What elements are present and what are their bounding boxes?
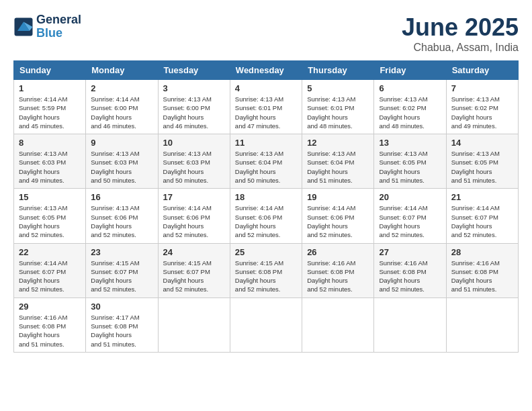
calendar-cell: 10 Sunrise: 4:13 AM Sunset: 6:03 PM Dayl…: [158, 134, 230, 189]
calendar-cell: 11 Sunrise: 4:13 AM Sunset: 6:04 PM Dayl…: [230, 134, 302, 189]
day-info: Sunrise: 4:14 AM Sunset: 6:07 PM Dayligh…: [379, 203, 441, 239]
calendar-cell: 5 Sunrise: 4:13 AM Sunset: 6:01 PM Dayli…: [302, 80, 374, 134]
day-info: Sunrise: 4:14 AM Sunset: 6:07 PM Dayligh…: [19, 259, 81, 294]
day-number: 30: [91, 302, 152, 312]
calendar-week-1: 1 Sunrise: 4:14 AM Sunset: 5:59 PM Dayli…: [14, 80, 519, 134]
calendar-cell: 29 Sunrise: 4:16 AM Sunset: 6:08 PM Dayl…: [14, 298, 86, 352]
day-info: Sunrise: 4:17 AM Sunset: 6:08 PM Dayligh…: [91, 313, 152, 349]
day-info: Sunrise: 4:16 AM Sunset: 6:08 PM Dayligh…: [307, 259, 369, 294]
calendar-cell: 8 Sunrise: 4:13 AM Sunset: 6:03 PM Dayli…: [14, 134, 86, 189]
calendar-cell: [230, 298, 302, 352]
calendar-cell: 22 Sunrise: 4:14 AM Sunset: 6:07 PM Dayl…: [14, 243, 86, 298]
calendar-cell: 15 Sunrise: 4:13 AM Sunset: 6:05 PM Dayl…: [14, 189, 86, 243]
calendar-cell: 17 Sunrise: 4:14 AM Sunset: 6:06 PM Dayl…: [158, 189, 230, 243]
calendar-cell: 14 Sunrise: 4:13 AM Sunset: 6:05 PM Dayl…: [446, 134, 518, 189]
day-header-wednesday: Wednesday: [230, 61, 302, 80]
day-number: 3: [163, 83, 225, 93]
day-header-friday: Friday: [374, 61, 446, 80]
calendar-cell: 19 Sunrise: 4:14 AM Sunset: 6:06 PM Dayl…: [302, 189, 374, 243]
day-info: Sunrise: 4:13 AM Sunset: 6:03 PM Dayligh…: [19, 149, 81, 185]
calendar: SundayMondayTuesdayWednesdayThursdayFrid…: [13, 60, 519, 353]
day-info: Sunrise: 4:13 AM Sunset: 6:04 PM Dayligh…: [235, 149, 297, 185]
calendar-cell: 27 Sunrise: 4:16 AM Sunset: 6:08 PM Dayl…: [374, 243, 446, 298]
day-info: Sunrise: 4:13 AM Sunset: 6:05 PM Dayligh…: [19, 203, 81, 239]
day-header-thursday: Thursday: [302, 61, 374, 80]
day-number: 13: [379, 138, 441, 148]
calendar-week-2: 8 Sunrise: 4:13 AM Sunset: 6:03 PM Dayli…: [14, 134, 519, 189]
day-header-tuesday: Tuesday: [158, 61, 230, 80]
day-header-sunday: Sunday: [14, 61, 86, 80]
day-info: Sunrise: 4:13 AM Sunset: 6:05 PM Dayligh…: [379, 149, 441, 185]
calendar-header-row: SundayMondayTuesdayWednesdayThursdayFrid…: [14, 61, 519, 80]
day-info: Sunrise: 4:14 AM Sunset: 6:06 PM Dayligh…: [235, 203, 297, 239]
calendar-cell: 16 Sunrise: 4:13 AM Sunset: 6:06 PM Dayl…: [86, 189, 158, 243]
day-info: Sunrise: 4:14 AM Sunset: 6:06 PM Dayligh…: [163, 203, 225, 239]
calendar-cell: 30 Sunrise: 4:17 AM Sunset: 6:08 PM Dayl…: [86, 298, 158, 352]
calendar-cell: 13 Sunrise: 4:13 AM Sunset: 6:05 PM Dayl…: [374, 134, 446, 189]
calendar-week-5: 29 Sunrise: 4:16 AM Sunset: 6:08 PM Dayl…: [14, 298, 519, 352]
logo: General Blue: [13, 13, 81, 40]
calendar-cell: 24 Sunrise: 4:15 AM Sunset: 6:07 PM Dayl…: [158, 243, 230, 298]
calendar-cell: [158, 298, 230, 352]
day-info: Sunrise: 4:13 AM Sunset: 6:01 PM Dayligh…: [235, 95, 297, 130]
day-info: Sunrise: 4:15 AM Sunset: 6:08 PM Dayligh…: [235, 259, 297, 294]
logo-icon: [13, 17, 34, 37]
calendar-cell: 1 Sunrise: 4:14 AM Sunset: 5:59 PM Dayli…: [14, 80, 86, 134]
calendar-cell: [302, 298, 374, 352]
calendar-cell: 3 Sunrise: 4:13 AM Sunset: 6:00 PM Dayli…: [158, 80, 230, 134]
calendar-cell: 21 Sunrise: 4:14 AM Sunset: 6:07 PM Dayl…: [446, 189, 518, 243]
calendar-cell: 9 Sunrise: 4:13 AM Sunset: 6:03 PM Dayli…: [86, 134, 158, 189]
day-number: 4: [235, 83, 297, 93]
day-number: 27: [379, 247, 441, 257]
day-number: 21: [451, 192, 513, 202]
day-info: Sunrise: 4:13 AM Sunset: 6:06 PM Dayligh…: [91, 203, 152, 239]
day-info: Sunrise: 4:14 AM Sunset: 6:07 PM Dayligh…: [451, 203, 513, 239]
day-info: Sunrise: 4:13 AM Sunset: 6:03 PM Dayligh…: [91, 149, 152, 185]
day-number: 2: [91, 83, 152, 93]
day-info: Sunrise: 4:13 AM Sunset: 6:05 PM Dayligh…: [451, 149, 513, 185]
calendar-cell: 2 Sunrise: 4:14 AM Sunset: 6:00 PM Dayli…: [86, 80, 158, 134]
day-number: 17: [163, 192, 225, 202]
day-info: Sunrise: 4:15 AM Sunset: 6:07 PM Dayligh…: [91, 259, 152, 294]
day-number: 22: [19, 247, 81, 257]
month-title: June 2025: [402, 13, 519, 42]
day-info: Sunrise: 4:14 AM Sunset: 5:59 PM Dayligh…: [19, 95, 81, 130]
day-number: 26: [307, 247, 369, 257]
day-info: Sunrise: 4:15 AM Sunset: 6:07 PM Dayligh…: [163, 259, 225, 294]
day-number: 1: [19, 83, 81, 93]
day-number: 20: [379, 192, 441, 202]
calendar-cell: 26 Sunrise: 4:16 AM Sunset: 6:08 PM Dayl…: [302, 243, 374, 298]
day-number: 15: [19, 192, 81, 202]
day-number: 29: [19, 302, 81, 312]
calendar-cell: 28 Sunrise: 4:16 AM Sunset: 6:08 PM Dayl…: [446, 243, 518, 298]
title-section: June 2025 Chabua, Assam, India: [402, 13, 519, 54]
calendar-cell: 12 Sunrise: 4:13 AM Sunset: 6:04 PM Dayl…: [302, 134, 374, 189]
day-number: 12: [307, 138, 369, 148]
calendar-cell: 4 Sunrise: 4:13 AM Sunset: 6:01 PM Dayli…: [230, 80, 302, 134]
logo-text: General Blue: [36, 13, 81, 40]
calendar-cell: 25 Sunrise: 4:15 AM Sunset: 6:08 PM Dayl…: [230, 243, 302, 298]
day-info: Sunrise: 4:16 AM Sunset: 6:08 PM Dayligh…: [19, 313, 81, 349]
day-number: 8: [19, 138, 81, 148]
calendar-cell: 23 Sunrise: 4:15 AM Sunset: 6:07 PM Dayl…: [86, 243, 158, 298]
day-info: Sunrise: 4:16 AM Sunset: 6:08 PM Dayligh…: [451, 259, 513, 294]
day-number: 7: [451, 83, 513, 93]
calendar-week-3: 15 Sunrise: 4:13 AM Sunset: 6:05 PM Dayl…: [14, 189, 519, 243]
day-number: 23: [91, 247, 152, 257]
day-number: 16: [91, 192, 152, 202]
calendar-cell: 7 Sunrise: 4:13 AM Sunset: 6:02 PM Dayli…: [446, 80, 518, 134]
day-info: Sunrise: 4:16 AM Sunset: 6:08 PM Dayligh…: [379, 259, 441, 294]
day-info: Sunrise: 4:13 AM Sunset: 6:03 PM Dayligh…: [163, 149, 225, 185]
day-number: 24: [163, 247, 225, 257]
day-header-monday: Monday: [86, 61, 158, 80]
day-number: 11: [235, 138, 297, 148]
day-info: Sunrise: 4:13 AM Sunset: 6:04 PM Dayligh…: [307, 149, 369, 185]
calendar-cell: 6 Sunrise: 4:13 AM Sunset: 6:02 PM Dayli…: [374, 80, 446, 134]
day-number: 14: [451, 138, 513, 148]
header: General Blue June 2025 Chabua, Assam, In…: [13, 13, 519, 54]
day-info: Sunrise: 4:13 AM Sunset: 6:01 PM Dayligh…: [307, 95, 369, 130]
day-number: 25: [235, 247, 297, 257]
calendar-week-4: 22 Sunrise: 4:14 AM Sunset: 6:07 PM Dayl…: [14, 243, 519, 298]
calendar-cell: [374, 298, 446, 352]
day-info: Sunrise: 4:13 AM Sunset: 6:02 PM Dayligh…: [451, 95, 513, 130]
